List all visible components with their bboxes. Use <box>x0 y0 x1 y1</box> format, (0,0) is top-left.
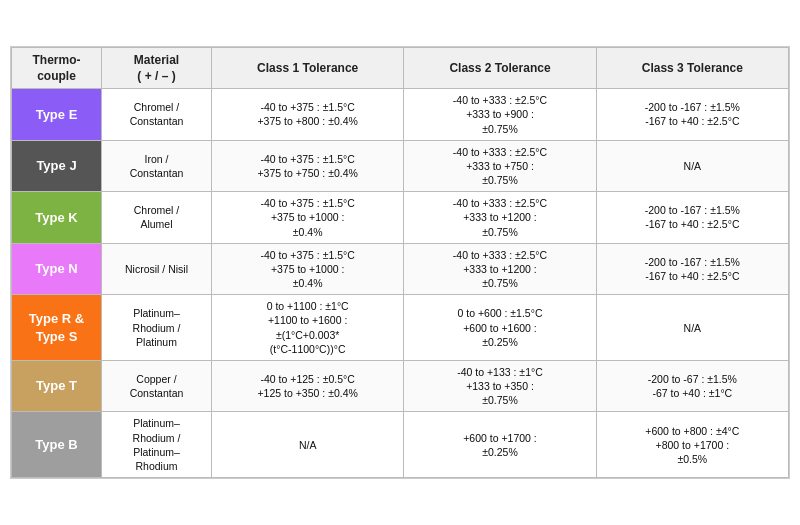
header-class2: Class 2 Tolerance <box>404 47 596 88</box>
class2-cell: -40 to +333 : ±2.5°C +333 to +750 : ±0.7… <box>404 140 596 192</box>
tolerance-table: Thermo- couple Material ( + / – ) Class … <box>10 46 790 479</box>
class1-cell: -40 to +375 : ±1.5°C +375 to +1000 : ±0.… <box>212 192 404 244</box>
type-label: Type B <box>12 412 102 478</box>
material-cell: Platinum– Rhodium / Platinum– Rhodium <box>102 412 212 478</box>
type-label: Type K <box>12 192 102 244</box>
header-thermocouple: Thermo- couple <box>12 47 102 88</box>
material-cell: Nicrosil / Nisil <box>102 243 212 295</box>
type-label: Type R & Type S <box>12 295 102 361</box>
class3-cell: -200 to -167 : ±1.5% -167 to +40 : ±2.5°… <box>596 89 788 141</box>
class1-cell: -40 to +125 : ±0.5°C +125 to +350 : ±0.4… <box>212 360 404 412</box>
material-cell: Copper / Constantan <box>102 360 212 412</box>
class2-cell: +600 to +1700 : ±0.25% <box>404 412 596 478</box>
class3-cell: N/A <box>596 295 788 361</box>
header-material: Material ( + / – ) <box>102 47 212 88</box>
header-class1: Class 1 Tolerance <box>212 47 404 88</box>
table-row: Type EChromel / Constantan-40 to +375 : … <box>12 89 789 141</box>
table-row: Type JIron / Constantan-40 to +375 : ±1.… <box>12 140 789 192</box>
class2-cell: -40 to +333 : ±2.5°C +333 to +900 : ±0.7… <box>404 89 596 141</box>
table-row: Type R & Type SPlatinum– Rhodium / Plati… <box>12 295 789 361</box>
class2-cell: -40 to +333 : ±2.5°C +333 to +1200 : ±0.… <box>404 243 596 295</box>
class1-cell: -40 to +375 : ±1.5°C +375 to +750 : ±0.4… <box>212 140 404 192</box>
header-class3: Class 3 Tolerance <box>596 47 788 88</box>
material-cell: Chromel / Alumel <box>102 192 212 244</box>
class3-cell: -200 to -167 : ±1.5% -167 to +40 : ±2.5°… <box>596 192 788 244</box>
class1-cell: N/A <box>212 412 404 478</box>
material-cell: Chromel / Constantan <box>102 89 212 141</box>
table-row: Type KChromel / Alumel-40 to +375 : ±1.5… <box>12 192 789 244</box>
class1-cell: -40 to +375 : ±1.5°C +375 to +1000 : ±0.… <box>212 243 404 295</box>
table-row: Type TCopper / Constantan-40 to +125 : ±… <box>12 360 789 412</box>
type-label: Type N <box>12 243 102 295</box>
class2-cell: 0 to +600 : ±1.5°C +600 to +1600 : ±0.25… <box>404 295 596 361</box>
class3-cell: +600 to +800 : ±4°C +800 to +1700 : ±0.5… <box>596 412 788 478</box>
material-cell: Platinum– Rhodium / Platinum <box>102 295 212 361</box>
class2-cell: -40 to +333 : ±2.5°C +333 to +1200 : ±0.… <box>404 192 596 244</box>
class1-cell: 0 to +1100 : ±1°C +1100 to +1600 : ±(1°C… <box>212 295 404 361</box>
table-row: Type NNicrosil / Nisil-40 to +375 : ±1.5… <box>12 243 789 295</box>
type-label: Type E <box>12 89 102 141</box>
class3-cell: -200 to -167 : ±1.5% -167 to +40 : ±2.5°… <box>596 243 788 295</box>
class1-cell: -40 to +375 : ±1.5°C +375 to +800 : ±0.4… <box>212 89 404 141</box>
type-label: Type T <box>12 360 102 412</box>
class3-cell: -200 to -67 : ±1.5% -67 to +40 : ±1°C <box>596 360 788 412</box>
material-cell: Iron / Constantan <box>102 140 212 192</box>
table-row: Type BPlatinum– Rhodium / Platinum– Rhod… <box>12 412 789 478</box>
class2-cell: -40 to +133 : ±1°C +133 to +350 : ±0.75% <box>404 360 596 412</box>
class3-cell: N/A <box>596 140 788 192</box>
type-label: Type J <box>12 140 102 192</box>
